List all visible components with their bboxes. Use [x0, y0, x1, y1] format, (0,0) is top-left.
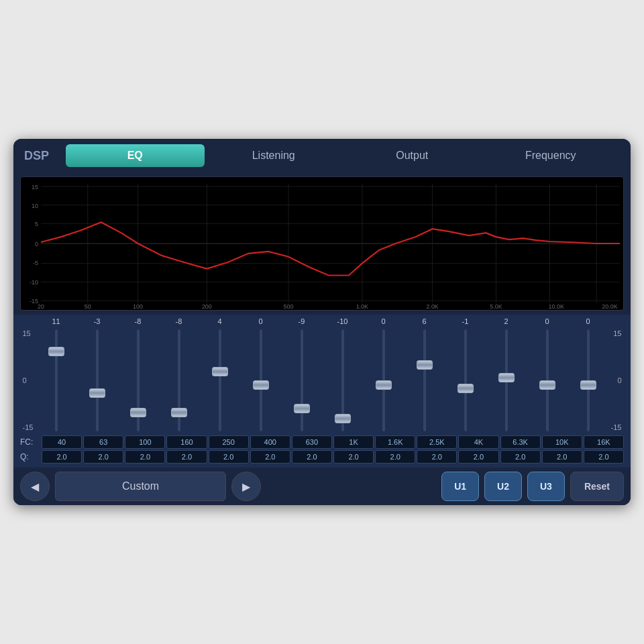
fc-cell-13[interactable]: 16K	[584, 435, 624, 449]
prev-button[interactable]: ◀	[20, 472, 50, 501]
svg-text:-10: -10	[30, 279, 38, 286]
header: DSP EQ Listening Output Frequency	[13, 139, 631, 172]
reset-button[interactable]: Reset	[570, 472, 624, 501]
q-cell-6[interactable]: 2.0	[292, 450, 332, 464]
fader-scale-right: 15 0 -15	[610, 327, 623, 434]
fc-cell-9[interactable]: 2.5K	[417, 435, 457, 449]
q-cell-0[interactable]: 2.0	[42, 450, 82, 464]
fader-val-12: 0	[528, 317, 567, 325]
fc-cell-7[interactable]: 1K	[333, 435, 374, 449]
fader-val-2: -8	[119, 317, 158, 325]
next-button[interactable]: ▶	[231, 472, 261, 501]
svg-text:15: 15	[32, 184, 38, 191]
q-cell-1[interactable]: 2.0	[83, 450, 123, 464]
custom-label: Custom	[122, 480, 159, 492]
fc-cell-6[interactable]: 630	[292, 435, 332, 449]
next-icon: ▶	[242, 480, 250, 493]
fc-cell-5[interactable]: 400	[250, 435, 290, 449]
fader-12[interactable]	[528, 327, 567, 434]
fc-cell-0[interactable]: 40	[42, 435, 82, 449]
fc-cell-12[interactable]: 10K	[542, 435, 582, 449]
u1-button[interactable]: U1	[441, 472, 479, 501]
tab-eq[interactable]: EQ	[66, 144, 205, 167]
fader-10[interactable]	[446, 327, 485, 434]
fc-cell-10[interactable]: 4K	[458, 435, 498, 449]
q-row: Q: 2.0 2.0 2.0 2.0 2.0 2.0 2.0 2.0 2.0 2…	[20, 450, 624, 464]
svg-text:0: 0	[35, 241, 38, 248]
app-container: DSP EQ Listening Output Frequency	[13, 139, 631, 505]
fader-values-row: 11 -3 -8 -8 4 0 -9 -10 0 6 -1 2 0 0	[20, 317, 624, 325]
u3-label: U3	[540, 481, 552, 492]
prev-icon: ◀	[31, 480, 39, 493]
fc-row: FC: 40 63 100 160 250 400 630 1K 1.6K 2.…	[20, 435, 624, 449]
svg-text:50: 50	[85, 303, 91, 310]
fader-8[interactable]	[364, 327, 403, 434]
q-cell-11[interactable]: 2.0	[500, 450, 541, 464]
custom-button[interactable]: Custom	[55, 472, 226, 501]
fc-label: FC:	[20, 437, 42, 447]
fader-4[interactable]	[201, 327, 239, 434]
fader-val-5: 0	[241, 317, 280, 325]
q-cell-9[interactable]: 2.0	[417, 450, 457, 464]
fader-val-0: 11	[37, 317, 76, 325]
q-cell-5[interactable]: 2.0	[250, 450, 290, 464]
q-cell-2[interactable]: 2.0	[125, 450, 165, 464]
fader-9[interactable]	[405, 327, 444, 434]
svg-text:2.0K: 2.0K	[426, 303, 438, 310]
svg-text:500: 500	[284, 303, 294, 310]
fc-cell-1[interactable]: 63	[83, 435, 123, 449]
q-cell-7[interactable]: 2.0	[333, 450, 374, 464]
eq-chart: 15 10 5 0 -5 -10 -15 20 50 100 200 500 1…	[20, 176, 624, 311]
fader-3[interactable]	[160, 327, 199, 434]
q-cell-8[interactable]: 2.0	[375, 450, 415, 464]
svg-text:20: 20	[38, 303, 44, 310]
fader-val-13: 0	[569, 317, 608, 325]
fader-11[interactable]	[487, 327, 526, 434]
fader-val-6: -9	[282, 317, 321, 325]
fader-val-1: -3	[78, 317, 117, 325]
fader-2[interactable]	[119, 327, 158, 434]
eq-chart-svg: 15 10 5 0 -5 -10 -15 20 50 100 200 500 1…	[21, 177, 623, 310]
svg-text:5: 5	[35, 221, 38, 227]
reset-label: Reset	[584, 481, 610, 492]
fc-cell-2[interactable]: 100	[125, 435, 165, 449]
tab-listening[interactable]: Listening	[205, 144, 343, 167]
bottom-controls: ◀ Custom ▶ U1 U2 U3 Reset	[13, 468, 631, 505]
svg-text:200: 200	[202, 303, 212, 310]
svg-text:5.0K: 5.0K	[490, 303, 502, 310]
fc-cells: 40 63 100 160 250 400 630 1K 1.6K 2.5K 4…	[42, 435, 624, 449]
fader-6[interactable]	[282, 327, 321, 434]
svg-text:10: 10	[32, 203, 38, 209]
svg-text:-5: -5	[33, 260, 38, 266]
fader-13[interactable]	[569, 327, 608, 434]
fader-scale-left: 15 0 -15	[21, 327, 35, 434]
fader-val-9: 6	[405, 317, 444, 325]
tab-frequency[interactable]: Frequency	[482, 144, 621, 167]
svg-text:20.0K: 20.0K	[602, 303, 617, 310]
fader-val-11: 2	[487, 317, 526, 325]
dsp-label: DSP	[24, 149, 58, 163]
u3-button[interactable]: U3	[527, 472, 565, 501]
fader-5[interactable]	[241, 327, 280, 434]
faders-section: 11 -3 -8 -8 4 0 -9 -10 0 6 -1 2 0 0 15 0…	[13, 315, 631, 468]
tab-output[interactable]: Output	[343, 144, 482, 167]
fc-cell-11[interactable]: 6.3K	[500, 435, 541, 449]
svg-text:100: 100	[133, 303, 143, 310]
u2-button[interactable]: U2	[484, 472, 522, 501]
fader-0[interactable]	[37, 327, 76, 434]
fc-cell-3[interactable]: 160	[166, 435, 207, 449]
q-cell-3[interactable]: 2.0	[166, 450, 207, 464]
fc-cell-8[interactable]: 1.6K	[375, 435, 415, 449]
q-cell-13[interactable]: 2.0	[584, 450, 624, 464]
q-cell-12[interactable]: 2.0	[542, 450, 582, 464]
fader-val-3: -8	[160, 317, 199, 325]
fader-val-10: -1	[446, 317, 485, 325]
u1-label: U1	[454, 481, 466, 492]
q-cell-4[interactable]: 2.0	[209, 450, 249, 464]
fader-7[interactable]	[323, 327, 362, 434]
q-cell-10[interactable]: 2.0	[458, 450, 498, 464]
q-label: Q:	[20, 452, 42, 462]
fc-cell-4[interactable]: 250	[209, 435, 249, 449]
fader-1[interactable]	[78, 327, 117, 434]
svg-text:10.0K: 10.0K	[548, 303, 564, 310]
